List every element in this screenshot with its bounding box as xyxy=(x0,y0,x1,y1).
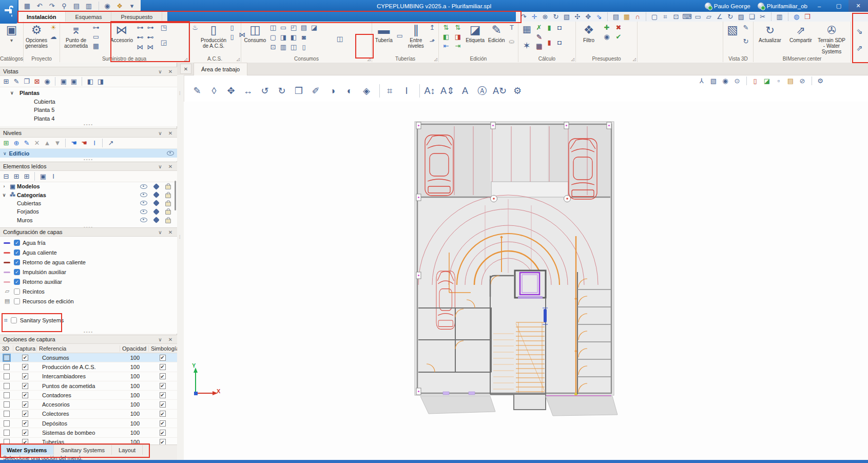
axes-icon[interactable]: ⅄ xyxy=(697,76,706,85)
print-icon[interactable]: ▤ xyxy=(72,2,81,10)
isometric-view-icon[interactable]: ▧ xyxy=(709,76,718,85)
crop-view-icon[interactable]: ▱ xyxy=(704,12,713,21)
view-tree-item[interactable]: Cubierta xyxy=(0,98,177,106)
layer-checkbox[interactable] xyxy=(14,259,20,265)
layer-row[interactable]: Retorno de agua caliente xyxy=(0,257,177,267)
close-button[interactable]: ✕ xyxy=(848,0,868,12)
fixture-urinal-icon[interactable]: ◰ xyxy=(289,23,298,32)
model-box-icon[interactable] xyxy=(153,208,160,215)
options-gear-icon[interactable]: ⚙ xyxy=(511,84,524,98)
capture-3d-checkbox[interactable] xyxy=(4,355,10,361)
close-icon[interactable]: ✕ xyxy=(167,337,174,342)
align-bottom-icon[interactable]: ⇅ xyxy=(452,23,464,32)
move-icon[interactable]: ✥ xyxy=(225,84,237,98)
edit-results-icon[interactable]: ✎ xyxy=(534,32,544,41)
text-scale-icon[interactable]: A⇕ xyxy=(440,84,454,98)
symbology-checkbox[interactable] xyxy=(160,373,166,379)
lock-icon[interactable] xyxy=(165,194,171,198)
gutter-grip[interactable]: ⁞ xyxy=(179,236,181,238)
view-settings-icon[interactable]: ⚙ xyxy=(812,76,825,85)
level-row-edificio[interactable]: ∨ Edificio xyxy=(0,149,177,158)
panel-resize-handle[interactable]: •••• xyxy=(0,330,177,334)
recalculate-icon[interactable]: ◉ xyxy=(99,2,112,10)
update-button[interactable]: ↻ Actualizar xyxy=(755,23,785,43)
catalogs-button[interactable]: ▣ ▾ xyxy=(2,23,22,43)
check-tag-icon[interactable]: ✔ xyxy=(613,32,624,41)
symbology-checkbox[interactable] xyxy=(160,383,166,389)
selection-icon[interactable]: ▨ xyxy=(737,12,746,21)
pan-icon[interactable]: ✣ xyxy=(573,12,582,21)
accessory-valve-icon[interactable]: ⋈ xyxy=(136,43,145,51)
add-tag-icon[interactable]: ✚ xyxy=(601,23,612,32)
symbology-checkbox[interactable] xyxy=(160,411,166,417)
workspace-tab[interactable]: Área de trabajo xyxy=(194,63,247,75)
visibility-eye-icon[interactable] xyxy=(140,184,147,189)
meter-icon[interactable]: ▦ xyxy=(91,42,101,50)
fixture-washer-icon[interactable]: ◧ xyxy=(289,33,298,42)
capture-3d-checkbox[interactable] xyxy=(4,411,10,417)
tab-presupuesto[interactable]: Presupuesto xyxy=(111,12,162,22)
extend-icon[interactable]: ⇤ xyxy=(440,42,452,50)
edit-view-icon[interactable]: ✎ xyxy=(12,77,21,86)
capture-enabled-checkbox[interactable] xyxy=(22,411,28,417)
capture-row[interactable]: Contadores 100 xyxy=(0,391,177,400)
clip-plane-red-icon[interactable]: ▯ xyxy=(746,76,760,85)
capture-row[interactable]: Depósitos 100 xyxy=(0,419,177,428)
heater-small-icon[interactable]: ▯ xyxy=(227,23,237,32)
bottom-tab-sanitary-systems[interactable]: Sanitary Systems xyxy=(54,445,112,455)
flip-icon[interactable]: ◈ xyxy=(360,84,373,98)
zoom-all-icon[interactable]: ✛ xyxy=(530,12,539,21)
visibility-eye-icon[interactable] xyxy=(140,192,147,197)
assign-blue-icon[interactable]: ☚ xyxy=(65,139,79,147)
manifold-icon[interactable]: ♨ xyxy=(190,23,200,32)
riser-bend-icon[interactable]: ⬏ xyxy=(428,37,437,46)
accessory-valve-icon[interactable]: ⊶ xyxy=(136,23,145,32)
add-view-icon[interactable]: ⊞ xyxy=(2,77,11,86)
panel-resize-handle[interactable]: •••• xyxy=(0,158,177,161)
filter-button[interactable]: ❖ Filtro xyxy=(577,23,600,43)
visibility-eye-icon[interactable] xyxy=(140,209,147,214)
corner-accessory-icon[interactable]: ◳ xyxy=(159,23,168,32)
layer-row[interactable]: Impulsión auxiliar xyxy=(0,267,177,277)
layer-row[interactable]: Retorno auxiliar xyxy=(0,277,177,286)
expand-tree-icon[interactable]: ⊞ xyxy=(12,172,21,181)
find-icon[interactable]: ⚲ xyxy=(60,2,69,10)
supply-point-button[interactable]: ⌆ Punto de acometida xyxy=(62,23,90,49)
symbology-checkbox[interactable] xyxy=(160,364,166,370)
accumulator-icon[interactable]: ▯ xyxy=(227,32,237,41)
plot-icon[interactable]: ▥ xyxy=(84,2,93,10)
fixture-machine-icon[interactable]: ◙ xyxy=(299,33,308,42)
user-account[interactable]: Paulo George xyxy=(705,3,750,9)
capture-3d-checkbox[interactable] xyxy=(4,364,10,370)
cloud-data-icon[interactable]: ☁ xyxy=(49,32,58,41)
fixture-column-icon[interactable]: ▯ xyxy=(299,43,308,51)
project-link[interactable]: Plurifamiliar_ob xyxy=(758,3,807,9)
layer-row[interactable]: Agua caliente xyxy=(0,247,177,257)
trim-icon[interactable]: ⇥ xyxy=(452,42,464,50)
text-find-icon[interactable]: Ⓐ xyxy=(476,84,488,98)
delete-icon[interactable]: ✂ xyxy=(758,12,767,21)
rotation-icon[interactable]: ↻ xyxy=(726,12,735,21)
web-icon[interactable]: ◍ xyxy=(788,12,801,21)
redraw-icon[interactable]: ↻ xyxy=(551,12,561,21)
column-header[interactable]: Captura xyxy=(13,345,37,352)
lock-icon[interactable] xyxy=(165,210,171,215)
layer-checkbox[interactable] xyxy=(14,279,20,285)
capture-enabled-checkbox[interactable] xyxy=(22,355,28,361)
layer-row[interactable]: ▤ Recursos de edición xyxy=(0,296,177,306)
model-box-icon[interactable] xyxy=(153,200,160,207)
assign-red-icon[interactable]: ☚ xyxy=(80,139,89,147)
app-logo[interactable] xyxy=(0,0,17,24)
fixture-highlighted-icon[interactable]: ◫ xyxy=(335,34,344,43)
pipe-button[interactable]: ▬ Tubería xyxy=(374,23,394,43)
add-level-icon[interactable]: ⊞ xyxy=(2,139,11,147)
capture-3d-checkbox[interactable] xyxy=(4,373,10,379)
export-changes-icon[interactable]: ⇗ xyxy=(855,44,864,52)
lock-icon[interactable] xyxy=(165,185,171,189)
fixture-toilet-icon[interactable]: ◨ xyxy=(279,33,288,42)
capture-row[interactable]: Puntos de acometida 100 xyxy=(0,381,177,391)
layer-checkbox[interactable] xyxy=(14,249,20,256)
ortho-icon[interactable]: ▢ xyxy=(646,12,659,21)
rotate-3d-icon[interactable]: ↻ xyxy=(741,37,750,46)
model-box-icon[interactable] xyxy=(153,217,160,223)
